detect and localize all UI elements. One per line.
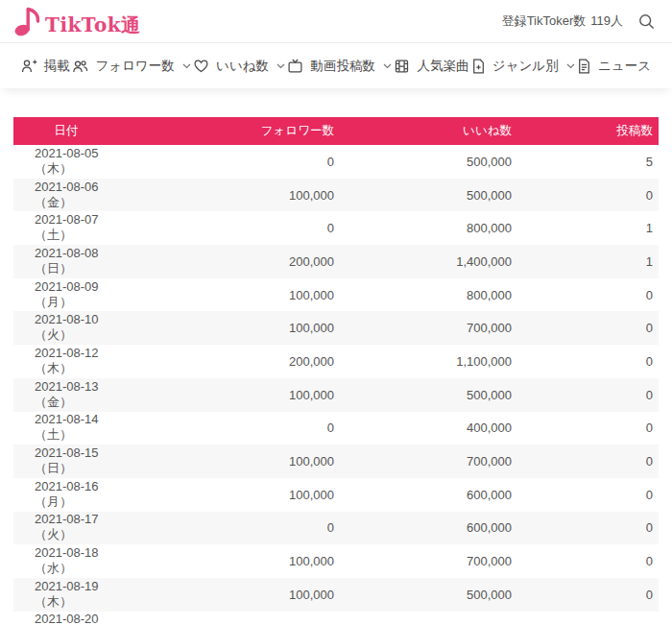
likes-cell: 1,400,000 <box>340 245 517 278</box>
posts-cell: 0 <box>517 345 659 378</box>
posts-cell: 0 <box>517 544 659 578</box>
date-cell: 2021-08-14（土） <box>13 412 119 445</box>
likes-cell: 500,000 <box>340 145 517 179</box>
main-nav: 掲載 フォロワー数 いいね数 動画投稿数 <box>0 43 672 88</box>
table-row: 2021-08-10（火）100,000700,0000 <box>13 311 659 345</box>
chevron-down-icon <box>276 63 285 69</box>
likes-cell: 700,000 <box>340 544 517 578</box>
heart-icon <box>193 59 209 74</box>
likes-cell: 400,000 <box>340 412 517 445</box>
registered-tiktoker-count: 登録TikToker数 119人 <box>502 12 623 30</box>
table-row: 2021-08-05（木）0500,0005 <box>13 145 659 179</box>
table-row: 2021-08-20（金） <box>13 612 659 625</box>
film-icon <box>394 59 410 74</box>
likes-cell: 500,000 <box>340 578 517 612</box>
nav-item-genre[interactable]: ジャンル別 <box>471 58 575 75</box>
person-add-icon <box>21 59 37 74</box>
likes-cell: 600,000 <box>340 512 517 545</box>
nav-item-followers[interactable]: フォロワー数 <box>72 58 190 75</box>
date-cell: 2021-08-19（木） <box>13 578 119 612</box>
chevron-down-icon <box>182 63 191 69</box>
followers-cell: 100,000 <box>119 179 340 212</box>
followers-cell <box>119 612 340 625</box>
table-row: 2021-08-06（金）100,000500,0000 <box>13 179 659 212</box>
date-cell: 2021-08-08（日） <box>13 245 119 278</box>
registered-count-label: 登録TikToker数 <box>502 12 587 30</box>
date-cell: 2021-08-07（土） <box>13 211 119 245</box>
chevron-down-icon <box>383 63 392 69</box>
nav-label: 動画投稿数 <box>310 58 375 75</box>
nav-item-video-posts[interactable]: 動画投稿数 <box>287 58 392 75</box>
column-header-date: 日付 <box>13 117 119 145</box>
music-note-icon <box>13 5 44 37</box>
followers-cell: 100,000 <box>119 445 340 478</box>
people-icon <box>72 59 88 74</box>
posts-cell: 0 <box>517 478 659 512</box>
date-cell: 2021-08-10（火） <box>13 311 119 345</box>
column-header-posts: 投稿数 <box>517 117 659 145</box>
nav-item-likes[interactable]: いいね数 <box>193 58 285 75</box>
likes-cell: 1,100,000 <box>340 345 517 378</box>
nav-item-news[interactable]: ニュース <box>577 58 651 75</box>
nav-label: いいね数 <box>216 58 269 75</box>
table-row: 2021-08-13（金）100,000500,0000 <box>13 378 659 412</box>
followers-cell: 100,000 <box>119 478 340 512</box>
posts-cell: 0 <box>517 179 659 212</box>
table-row: 2021-08-19（木）100,000500,0000 <box>13 578 659 612</box>
table-row: 2021-08-16（月）100,000600,0000 <box>13 478 659 512</box>
date-cell: 2021-08-17（火） <box>13 512 119 545</box>
nav-item-popular-songs[interactable]: 人気楽曲 <box>394 58 468 75</box>
table-row: 2021-08-14（土）0400,0000 <box>13 412 659 445</box>
nav-label: 人気楽曲 <box>417 58 468 75</box>
search-button[interactable] <box>636 12 657 32</box>
nav-label: 掲載 <box>44 58 70 75</box>
followers-cell: 100,000 <box>119 278 340 312</box>
likes-cell: 500,000 <box>340 378 517 412</box>
chevron-down-icon <box>566 63 575 69</box>
likes-cell: 800,000 <box>340 278 517 312</box>
date-cell: 2021-08-18（水） <box>13 544 119 578</box>
posts-cell: 5 <box>517 145 659 179</box>
posts-cell: 1 <box>517 211 659 245</box>
followers-cell: 0 <box>119 211 340 245</box>
table-row: 2021-08-15（日）100,000700,0000 <box>13 445 659 478</box>
date-cell: 2021-08-06（金） <box>13 179 119 212</box>
date-cell: 2021-08-05（木） <box>13 145 119 179</box>
table-row: 2021-08-09（月）100,000800,0000 <box>13 278 659 312</box>
nav-label: フォロワー数 <box>95 58 174 75</box>
date-cell: 2021-08-12（木） <box>13 345 119 378</box>
posts-cell: 0 <box>517 311 659 345</box>
table-row: 2021-08-08（日）200,0001,400,0001 <box>13 245 659 278</box>
likes-cell: 700,000 <box>340 311 517 345</box>
posts-cell: 0 <box>517 512 659 545</box>
table-row: 2021-08-12（木）200,0001,100,0000 <box>13 345 659 378</box>
date-cell: 2021-08-20（金） <box>13 612 119 625</box>
site-header: TikTok通 登録TikToker数 119人 <box>0 0 672 43</box>
search-icon <box>638 13 655 30</box>
column-header-likes: いいね数 <box>340 117 517 145</box>
date-cell: 2021-08-09（月） <box>13 278 119 312</box>
likes-cell: 800,000 <box>340 211 517 245</box>
followers-cell: 200,000 <box>119 245 340 278</box>
nav-item-keisai[interactable]: 掲載 <box>21 58 70 75</box>
followers-cell: 200,000 <box>119 345 340 378</box>
nav-label: ニュース <box>598 58 651 75</box>
followers-cell: 0 <box>119 412 340 445</box>
likes-cell: 600,000 <box>340 478 517 512</box>
posts-cell: 1 <box>517 245 659 278</box>
main-content: 日付 フォロワー数 いいね数 投稿数 2021-08-05（木）0500,000… <box>0 88 672 625</box>
date-cell: 2021-08-16（月） <box>13 478 119 512</box>
nav-label: ジャンル別 <box>492 58 559 75</box>
posts-cell <box>517 612 659 625</box>
column-header-followers: フォロワー数 <box>119 117 340 145</box>
file-plus-icon <box>471 59 486 74</box>
likes-cell: 500,000 <box>340 179 517 212</box>
date-cell: 2021-08-13（金） <box>13 378 119 412</box>
followers-cell: 100,000 <box>119 378 340 412</box>
followers-cell: 100,000 <box>119 544 340 578</box>
site-logo[interactable]: TikTok通 <box>13 5 141 37</box>
news-icon <box>577 59 591 74</box>
followers-cell: 100,000 <box>119 578 340 612</box>
table-row: 2021-08-18（水）100,000700,0000 <box>13 544 659 578</box>
followers-cell: 0 <box>119 512 340 545</box>
